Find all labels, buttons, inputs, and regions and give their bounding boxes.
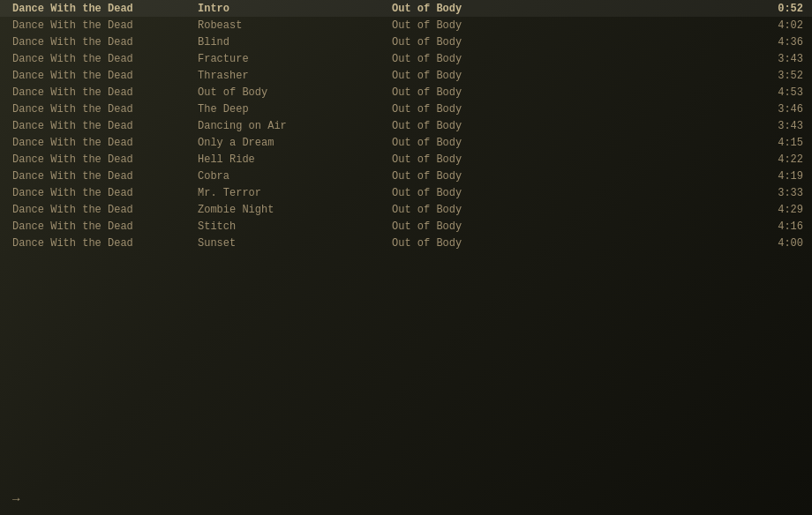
track-title: Dancing on Air: [189, 120, 383, 132]
track-artist: Dance With the Dead: [12, 237, 189, 250]
track-album: Out of Body: [383, 204, 750, 216]
table-row[interactable]: Dance With the DeadFractureOut of Body3:…: [0, 50, 812, 67]
track-album: Out of Body: [383, 70, 750, 82]
track-album: Out of Body: [383, 19, 750, 32]
track-duration: 3:33: [750, 187, 803, 199]
track-album: Out of Body: [383, 153, 750, 166]
track-artist: Dance With the Dead: [12, 53, 189, 65]
track-title: Cobra: [189, 170, 383, 183]
track-title: Out of Body: [189, 86, 383, 99]
track-artist: Dance With the Dead: [12, 187, 189, 199]
track-album: Out of Body: [383, 220, 750, 233]
track-artist: Dance With the Dead: [12, 103, 189, 116]
track-artist: Dance With the Dead: [12, 19, 189, 32]
track-duration: 4:15: [750, 137, 803, 149]
track-album: Out of Body: [383, 86, 750, 99]
track-duration: 4:22: [750, 153, 803, 166]
track-artist: Dance With the Dead: [12, 36, 189, 49]
track-duration: 4:16: [750, 220, 803, 233]
table-row[interactable]: Dance With the DeadOut of BodyOut of Bod…: [0, 84, 812, 101]
track-duration: 4:19: [750, 170, 803, 183]
track-duration: 3:43: [750, 53, 803, 65]
track-duration: 4:00: [750, 237, 803, 250]
track-title: Fracture: [189, 53, 383, 65]
track-title: Thrasher: [189, 70, 383, 82]
track-album: Out of Body: [383, 120, 750, 132]
track-album: Out of Body: [383, 137, 750, 149]
table-row[interactable]: Dance With the DeadMr. TerrorOut of Body…: [0, 184, 812, 201]
track-artist: Dance With the Dead: [12, 170, 189, 183]
track-duration: 3:46: [750, 103, 803, 116]
track-list: Dance With the Dead Intro Out of Body 0:…: [0, 0, 812, 251]
track-artist: Dance With the Dead: [12, 204, 189, 216]
table-row[interactable]: Dance With the DeadBlindOut of Body4:36: [0, 34, 812, 50]
track-duration: 4:36: [750, 36, 803, 49]
header-album: Out of Body: [383, 3, 750, 15]
table-row[interactable]: Dance With the DeadHell RideOut of Body4…: [0, 151, 812, 168]
table-row[interactable]: Dance With the DeadDancing on AirOut of …: [0, 117, 812, 134]
track-duration: 4:53: [750, 86, 803, 99]
table-row[interactable]: Dance With the DeadThe DeepOut of Body3:…: [0, 101, 812, 117]
track-album: Out of Body: [383, 237, 750, 250]
table-row[interactable]: Dance With the DeadOnly a DreamOut of Bo…: [0, 134, 812, 151]
table-row[interactable]: Dance With the DeadCobraOut of Body4:19: [0, 168, 812, 184]
track-artist: Dance With the Dead: [12, 220, 189, 233]
track-title: Hell Ride: [189, 153, 383, 166]
arrow-icon: →: [12, 492, 19, 506]
track-album: Out of Body: [383, 36, 750, 49]
track-title: Stitch: [189, 220, 383, 233]
header-duration: 0:52: [750, 3, 803, 15]
track-album: Out of Body: [383, 170, 750, 183]
table-row[interactable]: Dance With the DeadZombie NightOut of Bo…: [0, 201, 812, 218]
track-album: Out of Body: [383, 187, 750, 199]
track-title: Mr. Terror: [189, 187, 383, 199]
track-album: Out of Body: [383, 53, 750, 65]
track-album: Out of Body: [383, 103, 750, 116]
track-title: Zombie Night: [189, 204, 383, 216]
track-title: Robeast: [189, 19, 383, 32]
track-artist: Dance With the Dead: [12, 120, 189, 132]
track-title: Only a Dream: [189, 137, 383, 149]
track-list-header: Dance With the Dead Intro Out of Body 0:…: [0, 0, 812, 17]
track-artist: Dance With the Dead: [12, 137, 189, 149]
track-title: Sunset: [189, 237, 383, 250]
table-row[interactable]: Dance With the DeadStitchOut of Body4:16: [0, 218, 812, 235]
track-duration: 3:52: [750, 70, 803, 82]
track-artist: Dance With the Dead: [12, 153, 189, 166]
track-duration: 4:29: [750, 204, 803, 216]
track-duration: 3:43: [750, 120, 803, 132]
track-title: Blind: [189, 36, 383, 49]
track-title: The Deep: [189, 103, 383, 116]
header-artist: Dance With the Dead: [12, 3, 189, 15]
table-row[interactable]: Dance With the DeadRobeastOut of Body4:0…: [0, 17, 812, 34]
table-row[interactable]: Dance With the DeadSunsetOut of Body4:00: [0, 235, 812, 251]
track-duration: 4:02: [750, 19, 803, 32]
table-row[interactable]: Dance With the DeadThrasherOut of Body3:…: [0, 67, 812, 84]
header-title: Intro: [189, 3, 383, 15]
track-artist: Dance With the Dead: [12, 86, 189, 99]
track-artist: Dance With the Dead: [12, 70, 189, 82]
